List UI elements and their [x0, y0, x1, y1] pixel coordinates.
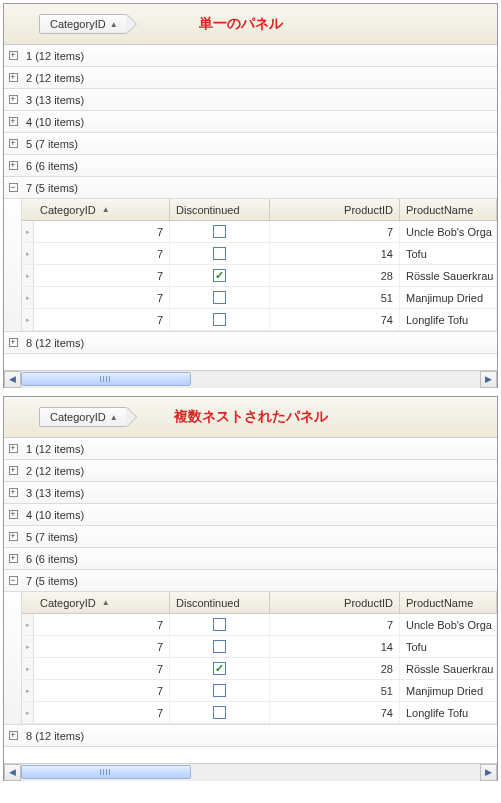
table-row[interactable]: ▸ 7 74 Longlife Tofu [22, 309, 497, 331]
group-label: 1 (12 items) [22, 50, 84, 62]
table-row[interactable]: ▸ 7 74 Longlife Tofu [22, 702, 497, 724]
expand-button[interactable]: + [4, 117, 22, 126]
expand-button[interactable]: + [4, 161, 22, 170]
cell-productid: 14 [270, 243, 400, 264]
group-row[interactable]: +6 (6 items) [4, 548, 497, 570]
group-label: 3 (13 items) [22, 487, 84, 499]
checkbox-icon[interactable] [213, 706, 226, 719]
cell-discontinued[interactable] [170, 636, 270, 657]
group-row[interactable]: +2 (12 items) [4, 460, 497, 482]
header-label: CategoryID [40, 204, 96, 216]
table-row[interactable]: ▸ 7 28 Rössle Sauerkrau [22, 265, 497, 287]
cell-discontinued[interactable] [170, 702, 270, 723]
group-row[interactable]: +5 (7 items) [4, 526, 497, 548]
expand-button[interactable]: + [4, 444, 22, 453]
column-header-productname[interactable]: ProductName [400, 199, 497, 220]
scrollbar-thumb[interactable] [21, 372, 191, 386]
column-header-categoryid[interactable]: CategoryID ▲ [22, 592, 170, 613]
expand-button[interactable]: + [4, 554, 22, 563]
table-row[interactable]: ▸ 7 51 Manjimup Dried [22, 680, 497, 702]
row-indicator-icon: ▸ [22, 636, 34, 657]
column-header-categoryid[interactable]: CategoryID ▲ [22, 199, 170, 220]
group-row[interactable]: −7 (5 items) [4, 570, 497, 592]
cell-productid: 7 [270, 614, 400, 635]
expand-button[interactable]: + [4, 73, 22, 82]
table-row[interactable]: ▸ 7 14 Tofu [22, 636, 497, 658]
group-row[interactable]: +8 (12 items) [4, 332, 497, 354]
scroll-left-button[interactable]: ◀ [4, 764, 21, 781]
group-badge-categoryid[interactable]: CategoryID ▲ [39, 407, 127, 427]
group-by-panel[interactable]: CategoryID ▲ 複数ネストされたパネル [4, 397, 497, 438]
column-header-productid[interactable]: ProductID [270, 592, 400, 613]
checkbox-icon[interactable] [213, 225, 226, 238]
group-label: 6 (6 items) [22, 553, 78, 565]
expand-button[interactable]: + [4, 510, 22, 519]
expand-button[interactable]: + [4, 488, 22, 497]
group-row[interactable]: +5 (7 items) [4, 133, 497, 155]
group-row[interactable]: −7 (5 items) [4, 177, 497, 199]
group-row[interactable]: +6 (6 items) [4, 155, 497, 177]
expand-button[interactable]: + [4, 532, 22, 541]
row-indicator-icon: ▸ [22, 702, 34, 723]
collapse-button[interactable]: − [4, 576, 22, 585]
cell-productname: Uncle Bob's Orga [400, 221, 497, 242]
scroll-left-button[interactable]: ◀ [4, 371, 21, 388]
cell-discontinued[interactable] [170, 221, 270, 242]
group-badge-categoryid[interactable]: CategoryID ▲ [39, 14, 127, 34]
group-label: 2 (12 items) [22, 465, 84, 477]
expand-button[interactable]: + [4, 95, 22, 104]
expand-button[interactable]: + [4, 51, 22, 60]
group-badge-label: CategoryID [50, 18, 106, 30]
table-row[interactable]: ▸ 7 14 Tofu [22, 243, 497, 265]
checkbox-icon[interactable] [213, 640, 226, 653]
group-row[interactable]: +4 (10 items) [4, 504, 497, 526]
expand-button[interactable]: + [4, 731, 22, 740]
expand-button[interactable]: + [4, 338, 22, 347]
cell-discontinued[interactable] [170, 658, 270, 679]
scrollbar-thumb[interactable] [21, 765, 191, 779]
checkbox-icon[interactable] [213, 618, 226, 631]
horizontal-scrollbar[interactable]: ◀ ▶ [4, 370, 497, 387]
checkbox-checked-icon[interactable] [213, 662, 226, 675]
checkbox-icon[interactable] [213, 291, 226, 304]
horizontal-scrollbar[interactable]: ◀ ▶ [4, 763, 497, 780]
scrollbar-track[interactable] [21, 371, 480, 388]
scrollbar-track[interactable] [21, 764, 480, 781]
group-row[interactable]: +3 (13 items) [4, 482, 497, 504]
header-label: ProductID [344, 597, 393, 609]
cell-discontinued[interactable] [170, 680, 270, 701]
checkbox-icon[interactable] [213, 247, 226, 260]
checkbox-icon[interactable] [213, 313, 226, 326]
cell-discontinued[interactable] [170, 614, 270, 635]
group-row[interactable]: +1 (12 items) [4, 45, 497, 67]
collapse-button[interactable]: − [4, 183, 22, 192]
group-row[interactable]: +1 (12 items) [4, 438, 497, 460]
group-row[interactable]: +2 (12 items) [4, 67, 497, 89]
scroll-right-button[interactable]: ▶ [480, 371, 497, 388]
group-row[interactable]: +3 (13 items) [4, 89, 497, 111]
cell-discontinued[interactable] [170, 309, 270, 330]
column-header-discontinued[interactable]: Discontinued [170, 199, 270, 220]
scroll-right-button[interactable]: ▶ [480, 764, 497, 781]
sort-asc-icon: ▲ [102, 205, 110, 214]
cell-discontinued[interactable] [170, 243, 270, 264]
table-row[interactable]: ▸ 7 7 Uncle Bob's Orga [22, 221, 497, 243]
expand-button[interactable]: + [4, 466, 22, 475]
cell-discontinued[interactable] [170, 287, 270, 308]
checkbox-checked-icon[interactable] [213, 269, 226, 282]
row-indicator-icon: ▸ [22, 265, 34, 286]
table-row[interactable]: ▸ 7 28 Rössle Sauerkrau [22, 658, 497, 680]
cell-discontinued[interactable] [170, 265, 270, 286]
column-header-discontinued[interactable]: Discontinued [170, 592, 270, 613]
table-row[interactable]: ▸ 7 51 Manjimup Dried [22, 287, 497, 309]
group-row[interactable]: +4 (10 items) [4, 111, 497, 133]
group-row[interactable]: +8 (12 items) [4, 725, 497, 747]
column-header-productid[interactable]: ProductID [270, 199, 400, 220]
group-by-panel[interactable]: CategoryID ▲ 単一のパネル [4, 4, 497, 45]
expand-button[interactable]: + [4, 139, 22, 148]
checkbox-icon[interactable] [213, 684, 226, 697]
plus-icon: + [9, 338, 18, 347]
column-header-productname[interactable]: ProductName [400, 592, 497, 613]
header-label: CategoryID [40, 597, 96, 609]
table-row[interactable]: ▸ 7 7 Uncle Bob's Orga [22, 614, 497, 636]
